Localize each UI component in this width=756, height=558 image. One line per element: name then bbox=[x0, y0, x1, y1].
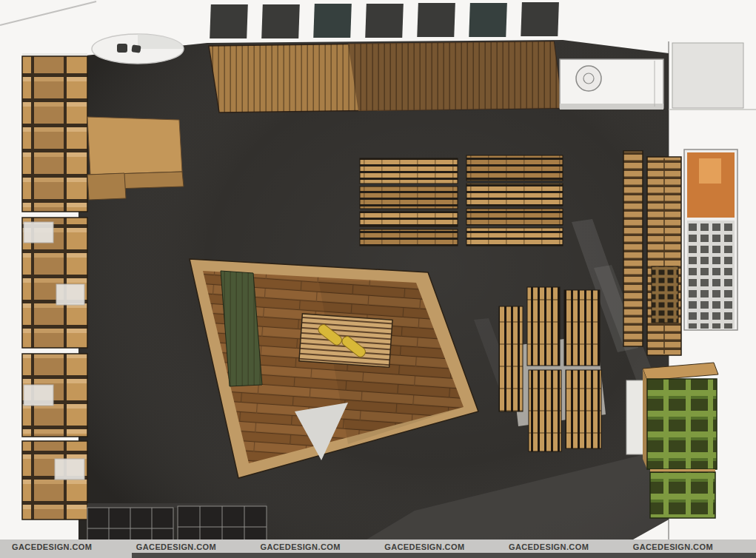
poster-thumbnail-grid bbox=[687, 221, 735, 329]
ac-body bbox=[560, 59, 663, 108]
poster-header-image bbox=[699, 158, 721, 184]
skylight-panel bbox=[365, 4, 404, 38]
ac-unit bbox=[560, 59, 663, 110]
slat-bench bbox=[564, 290, 600, 366]
ac-front-edge bbox=[560, 104, 663, 110]
slat-table bbox=[466, 209, 563, 225]
shelf-section bbox=[22, 441, 87, 520]
watermark-text: GACEDESIGN.COM bbox=[136, 542, 216, 551]
slat-table bbox=[360, 212, 458, 226]
light-fixture-icon bbox=[131, 44, 141, 53]
slat-table bbox=[466, 184, 563, 206]
interior-render bbox=[0, 0, 756, 558]
shelf-white-box bbox=[24, 222, 53, 243]
watermark-text: GACEDESIGN.COM bbox=[260, 542, 340, 551]
skylight-panel bbox=[417, 3, 455, 37]
slat-table bbox=[360, 186, 458, 209]
skylight-panel bbox=[469, 3, 507, 37]
cabinet-shelves bbox=[647, 379, 717, 469]
shelf-white-box bbox=[55, 459, 84, 480]
shelf-white-box bbox=[56, 284, 84, 305]
skylight-panel bbox=[313, 4, 352, 38]
watermark-text: GACEDESIGN.COM bbox=[12, 542, 92, 551]
shelf-white-box bbox=[24, 385, 53, 406]
watermark-text: GACEDESIGN.COM bbox=[633, 542, 713, 551]
desk-top bbox=[87, 117, 182, 175]
slat-table bbox=[466, 155, 563, 181]
lower-shelf-unit bbox=[650, 472, 715, 518]
pegboard-grid bbox=[652, 266, 678, 323]
slat-bench bbox=[499, 306, 523, 411]
ceiling-light bbox=[92, 34, 184, 64]
slat-table bbox=[360, 158, 458, 184]
light-fixture-icon bbox=[117, 44, 127, 53]
slat-bench bbox=[529, 370, 561, 451]
wall-slat-shelves bbox=[623, 151, 681, 355]
wall-poster bbox=[684, 149, 737, 330]
watermark-text: GACEDESIGN.COM bbox=[509, 542, 589, 551]
slat-bench bbox=[527, 287, 560, 366]
slatted-ceiling-panel bbox=[209, 41, 563, 112]
slat-table-cluster-left bbox=[360, 158, 458, 246]
slat-table bbox=[360, 229, 458, 246]
skylight-panel bbox=[261, 4, 300, 38]
slat-table bbox=[466, 228, 563, 246]
skylight-panel bbox=[210, 4, 248, 38]
ac-fan-icon bbox=[576, 66, 601, 91]
desk-return bbox=[87, 173, 126, 200]
watermark-text: GACEDESIGN.COM bbox=[384, 542, 464, 551]
cabinet-side bbox=[643, 369, 647, 469]
footer-strip bbox=[132, 553, 756, 558]
left-shelf-column bbox=[22, 53, 87, 520]
slat-table-cluster-right bbox=[466, 155, 563, 246]
slat-shelf-narrow bbox=[623, 151, 643, 346]
skylight-panel bbox=[521, 2, 559, 36]
slat-bench bbox=[566, 370, 601, 448]
panel-slats bbox=[209, 41, 563, 112]
shelf-section bbox=[22, 56, 87, 212]
render-canvas: GACEDESIGN.COM GACEDESIGN.COM GACEDESIGN… bbox=[0, 0, 756, 558]
wall-recess bbox=[672, 43, 743, 108]
